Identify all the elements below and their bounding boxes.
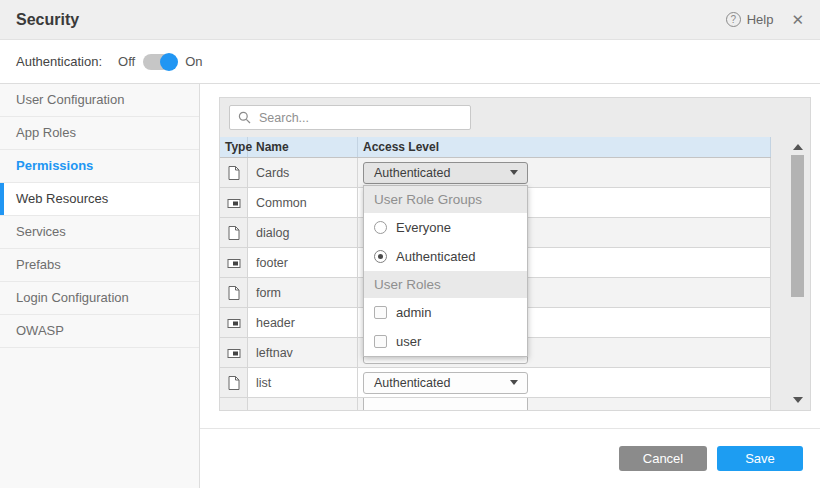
dropdown-group-header: User Role Groups bbox=[364, 186, 527, 213]
help-icon: ? bbox=[726, 12, 741, 27]
select-value: Authenticated bbox=[374, 376, 450, 390]
access-level-dropdown-panel: User Role Groups Everyone Authenticated … bbox=[363, 185, 528, 357]
name-cell: leftnav bbox=[248, 338, 358, 367]
checkbox-icon bbox=[374, 335, 387, 348]
table-row[interactable]: Cards Authenticated bbox=[220, 158, 771, 188]
dropdown-option-admin[interactable]: admin bbox=[364, 298, 527, 327]
main-panel: Type Name Access Level Cards Authenticat… bbox=[200, 84, 820, 488]
select-value: Authenticated bbox=[374, 166, 450, 180]
page-title: Security bbox=[16, 11, 79, 29]
name-cell: header bbox=[248, 308, 358, 337]
dropdown-option-authenticated[interactable]: Authenticated bbox=[364, 242, 527, 271]
toggle-on-label: On bbox=[185, 54, 202, 69]
sidebar-item-owasp[interactable]: OWASP bbox=[0, 315, 199, 348]
option-label: Everyone bbox=[396, 220, 451, 235]
scroll-up-icon[interactable] bbox=[793, 144, 803, 150]
close-icon[interactable]: ✕ bbox=[791, 12, 804, 27]
type-cell bbox=[220, 278, 248, 307]
name-cell: list bbox=[248, 368, 358, 397]
sidebar-item-label: Web Resources bbox=[16, 191, 108, 206]
type-cell bbox=[220, 158, 248, 187]
name-cell bbox=[248, 398, 358, 410]
type-cell bbox=[220, 218, 248, 247]
access-cell: Authenticated bbox=[358, 368, 771, 397]
type-cell bbox=[220, 368, 248, 397]
dropdown-group-header: User Roles bbox=[364, 271, 527, 298]
option-label: admin bbox=[396, 305, 431, 320]
table-scrollbar[interactable] bbox=[790, 137, 806, 410]
radio-icon bbox=[374, 221, 387, 234]
authentication-toggle[interactable] bbox=[143, 54, 177, 70]
save-button[interactable]: Save bbox=[717, 446, 803, 471]
column-header-name: Name bbox=[248, 137, 358, 157]
page-icon bbox=[228, 226, 240, 240]
authentication-label: Authentication: bbox=[16, 54, 102, 69]
search-input[interactable] bbox=[257, 110, 462, 126]
web-resources-grid: Type Name Access Level Cards Authenticat… bbox=[219, 97, 811, 411]
partial-icon bbox=[227, 316, 241, 330]
partial-icon bbox=[227, 256, 241, 270]
table-header-row: Type Name Access Level bbox=[220, 137, 771, 158]
search-box bbox=[229, 105, 471, 130]
page-icon bbox=[228, 376, 240, 390]
access-level-select[interactable]: Authenticated bbox=[363, 162, 528, 184]
authentication-row: Authentication: Off On bbox=[0, 40, 820, 84]
access-level-select bbox=[363, 398, 528, 410]
toggle-off-label: Off bbox=[118, 54, 135, 69]
option-label: Authenticated bbox=[396, 249, 476, 264]
table-row[interactable]: list Authenticated bbox=[220, 368, 771, 398]
help-button[interactable]: ? Help bbox=[726, 12, 774, 27]
help-label: Help bbox=[747, 12, 774, 27]
name-cell: Cards bbox=[248, 158, 358, 187]
option-label: user bbox=[396, 334, 421, 349]
name-cell: footer bbox=[248, 248, 358, 277]
dialog-footer: Cancel Save bbox=[200, 428, 820, 488]
sidebar-item-login-configuration[interactable]: Login Configuration bbox=[0, 282, 199, 315]
type-cell bbox=[220, 338, 248, 367]
column-header-type: Type bbox=[220, 137, 248, 157]
sidebar-item-label: Prefabs bbox=[16, 257, 61, 272]
title-bar-actions: ? Help ✕ bbox=[726, 12, 804, 27]
type-cell bbox=[220, 248, 248, 277]
chevron-down-icon bbox=[510, 170, 518, 175]
partial-icon bbox=[227, 196, 241, 210]
sidebar-item-permissions[interactable]: Permissions bbox=[0, 150, 199, 183]
checkbox-icon bbox=[374, 306, 387, 319]
column-header-access-level: Access Level bbox=[358, 137, 771, 157]
type-cell bbox=[220, 308, 248, 337]
name-cell: dialog bbox=[248, 218, 358, 247]
sidebar-item-label: App Roles bbox=[16, 125, 76, 140]
cancel-button[interactable]: Cancel bbox=[619, 446, 707, 471]
sidebar-item-prefabs[interactable]: Prefabs bbox=[0, 249, 199, 282]
access-cell: Authenticated bbox=[358, 158, 771, 187]
sidebar-item-user-configuration[interactable]: User Configuration bbox=[0, 84, 199, 117]
sidebar-item-app-roles[interactable]: App Roles bbox=[0, 117, 199, 150]
title-bar: Security ? Help ✕ bbox=[0, 0, 820, 40]
sidebar-item-label: Login Configuration bbox=[16, 290, 129, 305]
type-cell bbox=[220, 398, 248, 410]
scroll-down-icon[interactable] bbox=[793, 397, 803, 403]
sidebar: User Configuration App Roles Permissions… bbox=[0, 84, 200, 488]
grid-toolbar bbox=[220, 98, 810, 137]
toggle-knob bbox=[160, 53, 178, 71]
type-cell bbox=[220, 188, 248, 217]
chevron-down-icon bbox=[510, 380, 518, 385]
dropdown-option-everyone[interactable]: Everyone bbox=[364, 213, 527, 242]
scrollbar-thumb[interactable] bbox=[791, 155, 804, 297]
access-cell bbox=[358, 398, 771, 410]
partial-icon bbox=[227, 346, 241, 360]
name-cell: Common bbox=[248, 188, 358, 217]
radio-selected-icon bbox=[374, 250, 387, 263]
security-dialog: Security ? Help ✕ Authentication: Off On… bbox=[0, 0, 820, 488]
table-row-partial bbox=[220, 398, 771, 410]
dropdown-option-user[interactable]: user bbox=[364, 327, 527, 356]
sidebar-item-label: Permissions bbox=[16, 158, 93, 173]
sidebar-item-web-resources[interactable]: Web Resources bbox=[0, 183, 199, 216]
access-level-select[interactable]: Authenticated bbox=[363, 372, 528, 394]
page-icon bbox=[228, 286, 240, 300]
sidebar-item-label: OWASP bbox=[16, 323, 64, 338]
sidebar-item-services[interactable]: Services bbox=[0, 216, 199, 249]
page-icon bbox=[228, 166, 240, 180]
grid-body: Type Name Access Level Cards Authenticat… bbox=[220, 137, 810, 410]
sidebar-item-label: Services bbox=[16, 224, 66, 239]
